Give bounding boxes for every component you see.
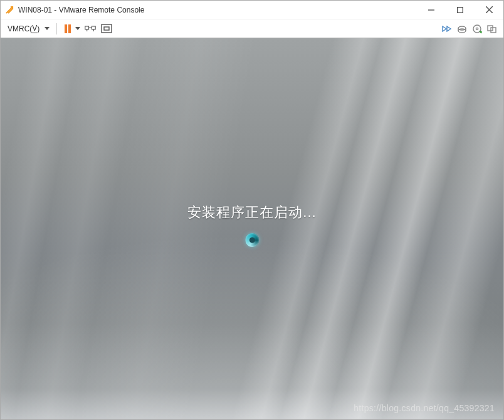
cd-button[interactable] <box>471 23 483 35</box>
fast-forward-button[interactable] <box>441 24 453 34</box>
send-cad-button[interactable] <box>83 23 97 35</box>
status-text: 安装程序正在启动... <box>187 203 316 222</box>
pause-icon <box>63 23 72 34</box>
minimize-button[interactable] <box>417 1 446 19</box>
titlebar: WIN08-01 - VMware Remote Console <box>1 1 503 19</box>
app-window: WIN08-01 - VMware Remote Console VMRC(V) <box>0 0 504 420</box>
svg-rect-4 <box>85 26 89 29</box>
vm-display[interactable]: 安装程序正在启动... https://blog.csdn.net/qq_453… <box>1 38 503 419</box>
devices-icon <box>487 24 497 33</box>
svg-rect-16 <box>491 28 496 33</box>
separator <box>56 23 57 34</box>
close-button[interactable] <box>475 1 503 19</box>
app-icon <box>4 5 14 15</box>
svg-rect-10 <box>104 27 109 30</box>
spinner-icon <box>245 233 259 247</box>
maximize-button[interactable] <box>446 1 475 19</box>
send-cad-icon <box>85 24 96 34</box>
svg-rect-15 <box>488 26 493 31</box>
power-control[interactable] <box>63 23 81 34</box>
chevron-down-icon <box>44 27 50 31</box>
cd-icon <box>472 24 482 34</box>
toolbar: VMRC(V) <box>1 19 503 38</box>
vmrc-menu[interactable]: VMRC(V) <box>6 23 50 34</box>
svg-rect-5 <box>92 26 96 29</box>
disk-button[interactable] <box>456 23 468 34</box>
svg-rect-1 <box>458 7 463 13</box>
vmrc-menu-label: VMRC(V) <box>6 23 41 34</box>
devices-button[interactable] <box>486 23 498 34</box>
boot-status: 安装程序正在启动... <box>187 203 316 247</box>
fullscreen-button[interactable] <box>100 23 113 35</box>
svg-point-14 <box>476 28 478 29</box>
disk-icon <box>457 24 467 33</box>
chevron-down-icon <box>75 27 81 31</box>
window-title: WIN08-01 - VMware Remote Console <box>18 6 417 14</box>
fullscreen-icon <box>101 24 112 34</box>
window-controls <box>417 1 503 19</box>
fast-forward-icon <box>442 25 452 33</box>
svg-rect-9 <box>102 24 112 33</box>
watermark: https://blog.csdn.net/qq_45392321 <box>354 403 495 413</box>
